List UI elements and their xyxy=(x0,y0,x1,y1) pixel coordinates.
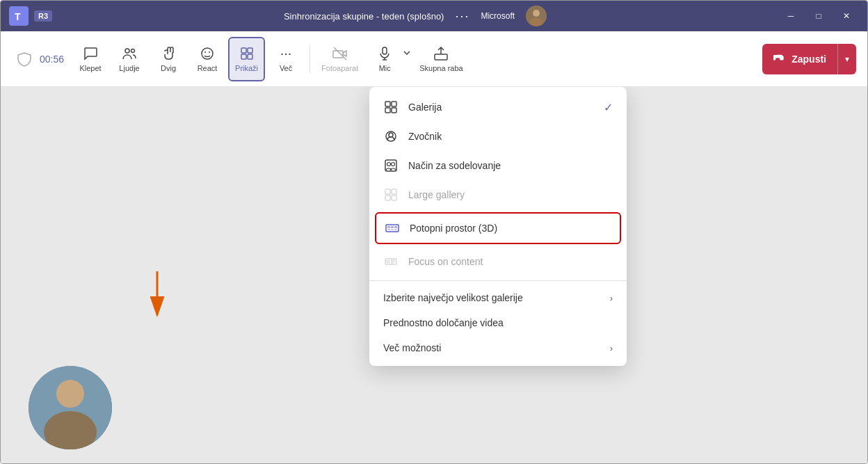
main-content: Galerija ✓ Zvočnik xyxy=(1,87,867,463)
title-bar-center: Sinhronizacija skupine - teden (splošno)… xyxy=(52,6,778,26)
svg-rect-38 xyxy=(394,226,397,228)
teams-logo-icon: T xyxy=(9,6,29,26)
menu-item-nacin[interactable]: Način za sodelovanje xyxy=(369,151,627,180)
react-button[interactable]: React xyxy=(189,37,225,81)
r3-badge: R3 xyxy=(34,10,52,22)
prikaZi-button[interactable]: Prikaži xyxy=(228,37,265,81)
close-button[interactable]: ✕ xyxy=(834,3,859,29)
view-dropdown-menu: Galerija ✓ Zvočnik xyxy=(369,87,627,366)
svg-point-7 xyxy=(202,48,213,59)
svg-rect-33 xyxy=(385,195,390,200)
menu-item-vec-moznosti[interactable]: Več možnosti › xyxy=(369,335,627,360)
shield-icon xyxy=(12,47,37,72)
vec-button[interactable]: ··· Več xyxy=(268,37,304,81)
svg-point-27 xyxy=(389,133,393,137)
vec-label: Več xyxy=(280,64,292,72)
title-bar-left: T R3 xyxy=(9,6,52,26)
title-bar-right: ─ □ ✕ xyxy=(778,3,859,29)
menu-item-focus: Focus on content xyxy=(369,247,627,276)
svg-rect-25 xyxy=(392,108,396,113)
large-gallery-label: Large gallery xyxy=(408,189,613,200)
fotoaparat-button[interactable]: Fotoaparat xyxy=(316,37,364,81)
menu-divider xyxy=(369,280,627,281)
user-avatar[interactable] xyxy=(526,6,547,26)
menu-item-potopni-prostor[interactable]: Potopni prostor (3D) xyxy=(375,212,621,244)
chevron-right-icon: › xyxy=(610,293,613,303)
klepet-button[interactable]: Klepet xyxy=(72,37,108,81)
svg-rect-11 xyxy=(248,48,252,53)
mic-group: Mic xyxy=(367,37,411,81)
svg-point-30 xyxy=(392,163,395,166)
menu-item-prednostno[interactable]: Prednostno določanje videa xyxy=(369,310,627,335)
call-timer: 00:56 xyxy=(40,54,64,65)
svg-rect-10 xyxy=(241,48,246,53)
svg-rect-42 xyxy=(385,259,396,264)
ljudje-label: Ljudje xyxy=(119,64,139,72)
camera-off-icon xyxy=(332,46,348,61)
svg-point-3 xyxy=(533,10,540,17)
menu-item-izberite-velikost[interactable]: Izberite največjo velikost galerije › xyxy=(369,285,627,310)
title-more-button[interactable]: ··· xyxy=(455,9,469,24)
galerija-label: Galerija xyxy=(408,102,613,113)
svg-rect-36 xyxy=(387,226,390,228)
svg-rect-37 xyxy=(391,226,394,228)
share-icon xyxy=(433,46,449,61)
phone-icon xyxy=(773,53,786,65)
zvocnik-label: Zvočnik xyxy=(408,131,613,142)
galerija-icon xyxy=(383,99,399,115)
ljudje-button[interactable]: Ljudje xyxy=(111,37,147,81)
end-call-group: Zapusti ▾ xyxy=(762,44,856,74)
svg-rect-34 xyxy=(392,195,396,200)
svg-rect-15 xyxy=(383,47,387,54)
svg-point-43 xyxy=(387,260,389,263)
svg-rect-39 xyxy=(387,229,390,230)
app-window: T R3 Sinhronizacija skupine - teden (spl… xyxy=(0,0,868,464)
hand-icon xyxy=(161,46,176,61)
potopni-prostor-label: Potopni prostor (3D) xyxy=(410,223,611,234)
menu-item-large-gallery: Large gallery xyxy=(369,180,627,209)
together-icon xyxy=(383,158,399,173)
title-bar: T R3 Sinhronizacija skupine - teden (spl… xyxy=(1,1,867,31)
mic-button[interactable]: Mic xyxy=(367,37,403,81)
prikaZi-label: Prikaži xyxy=(235,64,258,72)
svg-point-29 xyxy=(387,163,391,166)
dvig-label: Dvig xyxy=(161,64,176,72)
svg-point-6 xyxy=(131,49,135,52)
skupna-raba-button[interactable]: Skupna raba xyxy=(414,37,468,81)
window-title: Sinhronizacija skupine - teden (splošno) xyxy=(284,11,444,22)
vec-moznosti-label: Več možnosti xyxy=(383,342,613,353)
dropdown-arrow-icon: ▾ xyxy=(845,54,849,64)
focus-label: Focus on content xyxy=(408,256,613,267)
prednostno-label: Prednostno določanje videa xyxy=(383,317,613,328)
annotation-arrow xyxy=(140,268,175,323)
minimize-button[interactable]: ─ xyxy=(778,3,803,29)
large-gallery-icon xyxy=(383,187,399,202)
svg-rect-22 xyxy=(385,102,390,106)
klepet-label: Klepet xyxy=(79,64,101,72)
svg-point-8 xyxy=(204,51,206,53)
toolbar-separator xyxy=(310,45,310,73)
mic-label: Mic xyxy=(379,64,391,72)
immersive-icon xyxy=(385,221,400,236)
chat-icon xyxy=(83,46,98,61)
svg-rect-18 xyxy=(435,54,447,60)
menu-item-galerija[interactable]: Galerija ✓ xyxy=(369,93,627,122)
mic-icon xyxy=(377,46,392,61)
focus-icon xyxy=(383,254,399,269)
mic-dropdown-arrow[interactable] xyxy=(403,49,411,70)
svg-rect-40 xyxy=(391,229,394,230)
izberite-velikost-label: Izberite največjo velikost galerije xyxy=(383,292,613,303)
end-call-button[interactable]: Zapusti xyxy=(762,44,837,74)
svg-rect-31 xyxy=(385,189,390,194)
menu-item-zvocnik[interactable]: Zvočnik xyxy=(369,122,627,151)
fotoaparat-label: Fotoaparat xyxy=(321,64,358,72)
dvig-button[interactable]: Dvig xyxy=(150,37,186,81)
more-icon: ··· xyxy=(280,45,292,61)
end-call-dropdown-button[interactable]: ▾ xyxy=(837,44,856,74)
svg-rect-23 xyxy=(392,102,396,106)
participant-avatar xyxy=(29,366,112,449)
maximize-button[interactable]: □ xyxy=(806,3,831,29)
svg-rect-32 xyxy=(392,189,396,194)
chevron-right-icon-2: › xyxy=(610,343,613,353)
svg-point-9 xyxy=(209,51,210,53)
